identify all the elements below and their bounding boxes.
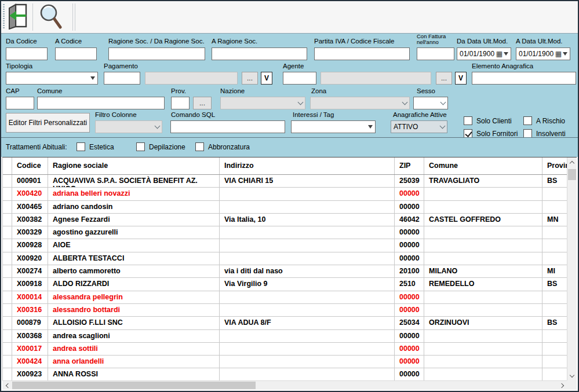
row-selector-cell[interactable]	[3, 239, 12, 251]
row-selector-cell[interactable]	[3, 317, 12, 329]
comune-input[interactable]	[37, 97, 165, 109]
cell-zip: 00000	[395, 356, 424, 368]
insolventi-label: Insolventi	[536, 130, 566, 138]
pagamento-input[interactable]	[104, 72, 140, 85]
agente-view-button[interactable]: V	[455, 72, 467, 85]
table-row[interactable]: X00017 andrea sottili 00000	[3, 343, 567, 356]
interessi-tag-combo[interactable]	[291, 120, 376, 133]
agente-browse-button[interactable]: ...	[436, 72, 452, 85]
table-row[interactable]: X00329 agostino gazzurelli 00000	[3, 226, 567, 239]
pagamento-browse-button[interactable]: ...	[242, 72, 258, 85]
vertical-scrollbar[interactable]	[567, 157, 577, 380]
row-selector-cell[interactable]	[3, 291, 12, 303]
search-button[interactable]	[37, 3, 64, 31]
a-data-picker[interactable]: 01/01/1900 ▦	[516, 47, 570, 60]
cell-comune	[424, 356, 542, 368]
row-selector-cell[interactable]	[3, 368, 12, 380]
cell-ragione-sociale: alessandra pellegrin	[48, 291, 220, 303]
toolbar-grip[interactable]	[3, 4, 5, 30]
row-selector-cell[interactable]	[3, 201, 12, 213]
cap-input[interactable]	[6, 97, 34, 109]
a-rischio-checkbox[interactable]	[523, 116, 532, 125]
table-row[interactable]: X00274 alberto cammoretto via i diti dal…	[3, 265, 567, 278]
con-fattura-label: Con Fattura nell'anno	[417, 34, 458, 45]
da-data-picker[interactable]: 01/01/1900 ▦	[457, 47, 511, 60]
table-row[interactable]: X00920 ALBERTA TESTACCI 00000	[3, 252, 567, 265]
solo-clienti-checkbox[interactable]	[464, 116, 472, 125]
row-selector-cell[interactable]	[3, 214, 12, 226]
row-selector-cell[interactable]	[3, 265, 12, 277]
con-fattura-input[interactable]	[417, 47, 454, 60]
cell-ragione-sociale: ALLOISIO F.LLI SNC	[48, 317, 220, 329]
comando-sql-input[interactable]	[170, 120, 285, 133]
header-ragione-sociale[interactable]: Ragione sociale	[48, 157, 220, 174]
estetica-checkbox[interactable]	[77, 142, 85, 151]
horizontal-scrollbar-thumb[interactable]	[12, 382, 256, 389]
cell-indirizzo: Via Italia, 10	[220, 214, 395, 226]
elemento-anagrafica-label: Elemento Anagrafica	[472, 63, 533, 69]
row-selector-cell[interactable]	[3, 330, 12, 342]
agente-input[interactable]	[283, 72, 316, 85]
table-row[interactable]: 000901 ACQUAVIVA S.P.A. SOCIETÀ BENEFIT …	[3, 175, 567, 188]
scroll-down-button[interactable]	[567, 371, 577, 380]
da-codice-input[interactable]	[6, 47, 48, 60]
depilazione-checkbox[interactable]	[136, 142, 145, 151]
table-row[interactable]: X00382 Agnese Fezzardi Via Italia, 10 46…	[3, 214, 567, 226]
prov-input[interactable]	[171, 97, 190, 109]
tipologia-combo[interactable]	[6, 72, 98, 85]
scroll-right-button[interactable]	[558, 381, 567, 390]
cell-codice: X00329	[12, 226, 48, 239]
agente-label: Agente	[283, 63, 304, 69]
header-zip[interactable]: ZIP	[395, 157, 424, 174]
a-codice-input[interactable]	[55, 47, 97, 60]
row-selector-cell[interactable]	[3, 356, 12, 368]
prov-browse-button[interactable]: ...	[193, 97, 212, 109]
row-selector-cell[interactable]	[3, 343, 12, 355]
solo-fornitori-checkbox[interactable]	[464, 129, 472, 138]
pagamento-view-button[interactable]: V	[261, 72, 272, 85]
cell-comune	[424, 226, 542, 239]
table-row[interactable]: X00918 ALDO RIZZARDI Via Virgilio 9 2510…	[3, 278, 567, 291]
scroll-left-button[interactable]	[2, 381, 12, 390]
a-ragione-input[interactable]	[212, 47, 307, 60]
editor-filtri-button[interactable]: Editor Filtri Personalizzati	[6, 113, 90, 133]
table-row[interactable]: X00923 ANNA ROSSI 00000	[3, 368, 567, 380]
cell-ragione-sociale: alberto cammoretto	[48, 265, 220, 277]
row-selector-cell[interactable]	[3, 188, 12, 200]
cell-ragione-sociale: ACQUAVIVA S.P.A. SOCIETÀ BENEFIT AZ. UNI…	[48, 175, 220, 187]
calendar-icon: ▦	[496, 50, 502, 57]
anagrafiche-attive-combo[interactable]: ATTIVO	[391, 120, 447, 133]
vertical-scrollbar-thumb[interactable]	[568, 169, 576, 180]
cell-zip: 00000	[395, 330, 424, 342]
exit-button[interactable]	[6, 3, 32, 31]
anagrafiche-attive-value: ATTIVO	[394, 123, 440, 131]
table-row[interactable]: X00316 alessandro bottardi 00000	[3, 304, 567, 317]
scroll-up-button[interactable]	[567, 157, 577, 167]
abbronzatura-checkbox[interactable]	[195, 142, 204, 151]
horizontal-scrollbar[interactable]	[2, 380, 567, 390]
row-selector-cell[interactable]	[3, 304, 12, 316]
partita-iva-input[interactable]	[314, 47, 410, 60]
elemento-anagrafica-input[interactable]	[472, 72, 576, 85]
header-codice[interactable]: Codice	[12, 157, 48, 174]
table-row[interactable]: X00420 adriana belleri novazzi 00000	[3, 188, 567, 200]
row-selector-cell[interactable]	[3, 175, 12, 187]
insolventi-checkbox[interactable]	[523, 129, 532, 138]
table-row[interactable]: 000879 ALLOISIO F.LLI SNC VIA ADUA 8/F 2…	[3, 317, 567, 329]
row-selector-cell[interactable]	[3, 252, 12, 265]
cell-codice: 000879	[12, 317, 48, 329]
header-comune[interactable]: Comune	[424, 157, 542, 174]
row-selector-cell[interactable]	[3, 226, 12, 239]
table-row[interactable]: X00368 andrea scaglioni 00000	[3, 330, 567, 343]
table-row[interactable]: X00424 anna orlandelli 00000	[3, 356, 567, 368]
sesso-combo[interactable]	[413, 97, 448, 109]
table-row[interactable]: X00014 alessandra pellegrin 00000	[3, 291, 567, 304]
header-provincia[interactable]: Provinc	[542, 157, 567, 174]
table-row[interactable]: X00465 adriano candosin 00000	[3, 201, 567, 214]
cell-ragione-sociale: andrea scaglioni	[48, 330, 220, 342]
row-selector-cell[interactable]	[3, 278, 12, 290]
cell-provincia: MI	[542, 265, 567, 277]
header-indirizzo[interactable]: Indirizzo	[220, 157, 395, 174]
table-row[interactable]: X00928 AIOE 00000	[3, 239, 567, 252]
ragione-da-input[interactable]	[108, 47, 205, 60]
